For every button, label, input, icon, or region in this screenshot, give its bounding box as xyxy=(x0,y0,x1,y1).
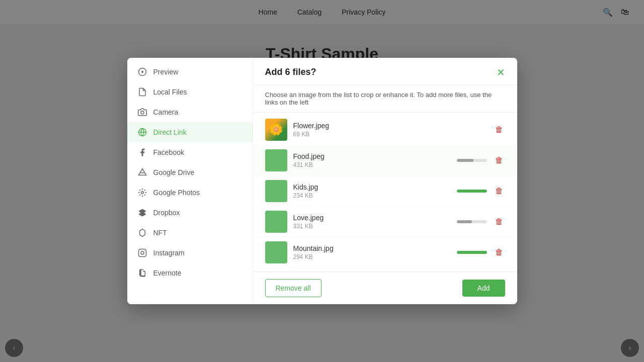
svg-point-11 xyxy=(144,250,145,251)
sidebar-item-google-photos[interactable]: Google Photos xyxy=(127,183,253,203)
file-item-kids[interactable]: Kids.jpg 234 KB 🗑 xyxy=(253,176,517,207)
file-size-mountain: 294 KB xyxy=(293,253,451,260)
svg-point-2 xyxy=(141,111,144,114)
sidebar-label-preview: Preview xyxy=(153,68,179,76)
remove-all-button[interactable]: Remove all xyxy=(265,279,321,297)
modal-sidebar: Preview Local Files Camera xyxy=(127,58,253,304)
facebook-icon xyxy=(137,147,147,157)
modal-dialog: Preview Local Files Camera xyxy=(127,58,517,304)
sidebar-item-camera[interactable]: Camera xyxy=(127,102,253,122)
file-item-flower[interactable]: 🌼 Flower.jpeg 69 KB 🗑 xyxy=(253,115,517,145)
delete-love[interactable]: 🗑 xyxy=(493,215,505,228)
file-item-love[interactable]: Love.jpeg 331 KB 🗑 xyxy=(253,207,517,237)
sidebar-label-nft: NFT xyxy=(153,229,167,237)
file-name-flower: Flower.jpeg xyxy=(293,122,487,130)
file-info-mountain: Mountain.jpg 294 KB xyxy=(293,244,451,260)
file-thumb-love xyxy=(265,211,287,233)
sidebar-item-instagram[interactable]: Instagram xyxy=(127,243,253,263)
direct-link-icon xyxy=(137,127,147,137)
modal-main: Add 6 files? ✕ Choose an image from the … xyxy=(253,58,517,304)
file-info-kids: Kids.jpg 234 KB xyxy=(293,183,451,199)
close-button[interactable]: ✕ xyxy=(497,67,505,77)
file-thumb-food xyxy=(265,149,287,171)
file-item-mountain[interactable]: Mountain.jpg 294 KB 🗑 xyxy=(253,237,517,268)
svg-marker-8 xyxy=(139,229,145,237)
file-info-love: Love.jpeg 331 KB xyxy=(293,214,451,230)
sidebar-item-facebook[interactable]: Facebook xyxy=(127,142,253,162)
file-name-food: Food.jpeg xyxy=(293,152,451,160)
modal-header: Add 6 files? ✕ xyxy=(253,58,517,85)
file-info-food: Food.jpeg 431 KB xyxy=(293,152,451,168)
sidebar-label-evernote: Evernote xyxy=(153,269,182,277)
file-item-food[interactable]: Food.jpeg 431 KB 🗑 xyxy=(253,145,517,176)
sidebar-label-local-files: Local Files xyxy=(153,88,187,96)
file-progress-love xyxy=(457,220,487,223)
evernote-icon xyxy=(137,268,147,278)
file-info-flower: Flower.jpeg 69 KB xyxy=(293,122,487,138)
file-progress-food xyxy=(457,159,487,162)
sidebar-label-google-drive: Google Drive xyxy=(153,168,195,176)
instagram-icon xyxy=(137,248,147,258)
sidebar-label-google-photos: Google Photos xyxy=(153,189,200,197)
sidebar-item-evernote[interactable]: Evernote xyxy=(127,263,253,283)
svg-point-7 xyxy=(141,192,143,194)
svg-rect-9 xyxy=(138,249,146,257)
google-photos-icon xyxy=(137,188,147,198)
sidebar-item-local-files[interactable]: Local Files xyxy=(127,82,253,102)
sidebar-item-google-drive[interactable]: Google Drive xyxy=(127,162,253,183)
file-size-flower: 69 KB xyxy=(293,131,487,138)
file-name-mountain: Mountain.jpg xyxy=(293,244,451,252)
progress-bar-mountain-fill xyxy=(457,251,487,254)
progress-bar-kids-container xyxy=(457,190,487,193)
preview-icon xyxy=(137,67,147,77)
delete-mountain[interactable]: 🗑 xyxy=(493,246,505,259)
sidebar-item-preview[interactable]: Preview xyxy=(127,62,253,82)
nft-icon xyxy=(137,228,147,238)
sidebar-label-facebook: Facebook xyxy=(153,148,184,156)
local-files-icon xyxy=(137,87,147,97)
file-name-love: Love.jpeg xyxy=(293,214,451,222)
delete-food[interactable]: 🗑 xyxy=(493,154,505,167)
modal-overlay: Preview Local Files Camera xyxy=(0,0,644,362)
file-item-women[interactable]: 👩 Women.jpg 189 KB 🗑 xyxy=(253,268,517,272)
progress-bar-mountain-container xyxy=(457,251,487,254)
file-progress-kids xyxy=(457,190,487,193)
sidebar-label-direct-link: Direct Link xyxy=(153,128,187,136)
sidebar-label-camera: Camera xyxy=(153,108,179,116)
google-drive-icon xyxy=(137,167,147,177)
progress-bar-love-container xyxy=(457,220,487,223)
file-size-kids: 234 KB xyxy=(293,192,451,199)
file-name-kids: Kids.jpg xyxy=(293,183,451,191)
progress-bar-food-container xyxy=(457,159,487,162)
file-size-love: 331 KB xyxy=(293,223,451,230)
camera-icon xyxy=(137,107,147,117)
delete-kids[interactable]: 🗑 xyxy=(493,185,505,198)
add-button[interactable]: Add xyxy=(462,280,505,297)
progress-bar-love-fill xyxy=(457,220,472,223)
file-list: 🌼 Flower.jpeg 69 KB 🗑 Food.jpeg 4 xyxy=(253,113,517,272)
svg-point-10 xyxy=(141,251,144,254)
sidebar-label-dropbox: Dropbox xyxy=(153,209,180,217)
file-thumb-flower: 🌼 xyxy=(265,119,287,141)
modal-footer: Remove all Add xyxy=(253,272,517,304)
svg-marker-1 xyxy=(141,70,144,73)
file-thumb-kids xyxy=(265,180,287,202)
delete-flower[interactable]: 🗑 xyxy=(493,123,505,136)
dropbox-icon xyxy=(137,208,147,218)
sidebar-item-nft[interactable]: NFT xyxy=(127,223,253,243)
file-progress-mountain xyxy=(457,251,487,254)
modal-description: Choose an image from the list to crop or… xyxy=(253,85,517,113)
svg-marker-5 xyxy=(138,169,146,175)
file-thumb-mountain xyxy=(265,241,287,263)
file-size-food: 431 KB xyxy=(293,161,451,168)
progress-bar-kids-fill xyxy=(457,190,487,193)
sidebar-item-direct-link[interactable]: Direct Link xyxy=(127,122,253,142)
sidebar-item-dropbox[interactable]: Dropbox xyxy=(127,203,253,223)
progress-bar-food-fill xyxy=(457,159,473,162)
modal-title: Add 6 files? xyxy=(265,67,316,77)
sidebar-label-instagram: Instagram xyxy=(153,249,185,257)
